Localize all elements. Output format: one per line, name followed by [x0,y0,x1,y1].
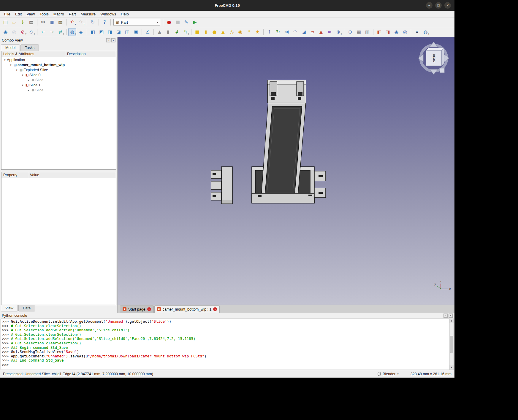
extrude-button[interactable]: ↑ [265,28,273,36]
nav-cube-mini[interactable] [440,68,444,73]
tree-item-slice[interactable]: ▸●Slice [1,88,116,93]
thickness-button[interactable]: ⊙ [346,28,354,36]
expander-icon[interactable]: ▾ [15,69,19,71]
slice-apart-button[interactable]: ◨ [384,28,392,36]
tree-item-application[interactable]: ▾Application [1,57,116,62]
nav-cube-face-label[interactable]: REAR [432,54,435,63]
embed-objects-button[interactable]: ◎ [401,28,409,36]
tree-item-slice[interactable]: ▸●Slice [1,77,116,82]
expander-icon[interactable]: ▸ [26,79,31,82]
menu-part[interactable]: Part [66,11,78,17]
view-rear-button[interactable]: ◪ [115,28,123,36]
view-top-button[interactable]: ◩ [97,28,105,36]
title-bar[interactable]: FreeCAD 0.19 −□× [0,0,454,11]
compound-button[interactable]: ▦ [355,28,363,36]
model-arm[interactable] [261,103,306,197]
tree-column-description[interactable]: Description [65,51,116,57]
view-left-button[interactable]: ▣ [132,28,140,36]
expander-icon[interactable]: ▾ [20,84,25,87]
mirror-button[interactable]: ⋈ [283,28,291,36]
view-isometric-button[interactable]: ◈ [77,28,85,36]
zoom-button[interactable]: ◍▾ [68,28,76,36]
revolve-button[interactable]: ↻ [274,28,282,36]
redo-button[interactable]: ↷▾ [77,18,85,26]
macro-record-button[interactable]: ● [165,18,173,26]
tree-column-labels[interactable]: Labels & Attributes [1,51,65,57]
nav-style-selector[interactable]: Blender [383,372,395,376]
print-button[interactable]: ▤ [27,18,35,26]
tab-close-icon[interactable]: × [147,307,151,311]
tree-item-exploded-slice[interactable]: ▾▦Exploded Slice [1,67,116,72]
macro-edit-button[interactable]: ✎ [182,18,190,26]
panel-splitter[interactable] [0,170,117,172]
stereo-view-button[interactable]: ◇▾ [27,28,35,36]
menu-file[interactable]: File [2,11,13,17]
primitive-box-button[interactable]: ■ [193,28,201,36]
tree-item-camer-mount-bottom-wip[interactable]: ▾▤camer_mount_bottom_wip [1,62,116,67]
panel-close-icon[interactable]: × [111,38,115,42]
macro-play-button[interactable]: ▶ [191,18,199,26]
offset-button[interactable]: ⊚▾ [334,28,342,36]
open-file-button[interactable]: ▱ [10,18,18,26]
property-column[interactable]: Property [1,172,28,178]
export-shape-button[interactable]: ↰▾ [181,28,189,36]
menu-windows[interactable]: Windows [98,11,118,17]
copy-button[interactable]: ▣ [48,18,56,26]
menu-edit[interactable]: Edit [13,11,24,17]
import-shape-button[interactable]: ↲ [173,28,181,36]
model-top-bracket[interactable] [267,80,306,103]
python-console-input[interactable]: >>> Gui.ActiveDocument.setEdit(App.getDo… [1,319,449,370]
nav-forward-button[interactable]: → [48,28,56,36]
create-primitives-button[interactable]: * [245,28,253,36]
refresh-button[interactable]: ↻ [89,18,97,26]
connect-objects-button[interactable]: ◉ [392,28,400,36]
save-button[interactable]: ↓ [19,18,27,26]
chamfer-button[interactable]: ◢ [300,28,308,36]
tab-view[interactable]: View [1,305,18,311]
doc-tab-start-page[interactable]: FStart page× [120,306,154,313]
paste-button[interactable]: ▦ [56,18,64,26]
view-front-button[interactable]: ◧ [89,28,97,36]
minimize-button[interactable]: − [426,2,433,9]
toolbar-overflow-button[interactable]: » [413,28,421,36]
tree-item-slice-1[interactable]: ▾◧Slice.1 [1,82,116,88]
value-column[interactable]: Value [28,172,116,178]
measure-button[interactable]: ∠ [144,28,152,36]
loft-button[interactable]: ▲ [317,28,325,36]
nav-back-button[interactable]: ← [39,28,47,36]
expander-icon[interactable]: ▾ [3,58,7,61]
view-bottom-button[interactable]: ◫ [123,28,131,36]
scroll-thumb[interactable] [450,336,453,353]
panel-float-icon[interactable]: ▫ [106,38,110,42]
viewport-3d[interactable]: REAR x y z [118,37,454,305]
macro-stop-button[interactable]: ■ [174,18,182,26]
expander-icon[interactable]: ▸ [26,89,31,92]
panel-float-icon[interactable]: ▫ [443,314,448,318]
fillet-button[interactable]: ◠ [291,28,299,36]
primitive-tube-button[interactable]: ◉ [236,28,244,36]
expander-icon[interactable]: ▾ [20,74,25,77]
property-list[interactable] [1,178,116,305]
menu-view[interactable]: View [24,11,37,17]
draw-style-button[interactable]: ⊘▾ [19,28,27,36]
fit-selection-button[interactable]: ◎ [10,28,18,36]
primitive-cylinder-button[interactable]: ▮ [202,28,210,36]
primitive-torus-button[interactable]: ◎ [228,28,236,36]
ruled-surface-button[interactable]: ▱ [308,28,316,36]
primitive-sphere-button[interactable]: ● [210,28,218,36]
cut-button[interactable]: ✂ [39,18,47,26]
view-right-button[interactable]: ◨ [106,28,114,36]
close-button[interactable]: × [444,2,451,9]
boolean-fragments-button[interactable]: ◧ [375,28,383,36]
new-file-button[interactable]: ▢ [1,18,9,26]
console-scrollbar[interactable]: ▲ ▼ [449,319,454,370]
tree-body[interactable]: ▾Application▾▤camer_mount_bottom_wip▾▦Ex… [1,57,116,169]
whats-this-button[interactable]: ? [101,18,109,26]
menu-macro[interactable]: Macro [51,11,66,17]
scroll-down-icon[interactable]: ▼ [449,365,454,370]
zoom-dropdown-button[interactable]: ◍▾ [422,28,430,36]
menu-help[interactable]: Help [118,11,131,17]
doc-tab-camer-mount-bottom-wip-1[interactable]: Fcamer_mount_bottom_wip : 1× [154,306,220,313]
shape-builder-button[interactable]: ★ [254,28,262,36]
solid-from-shell-button[interactable]: ▲ [156,28,164,36]
